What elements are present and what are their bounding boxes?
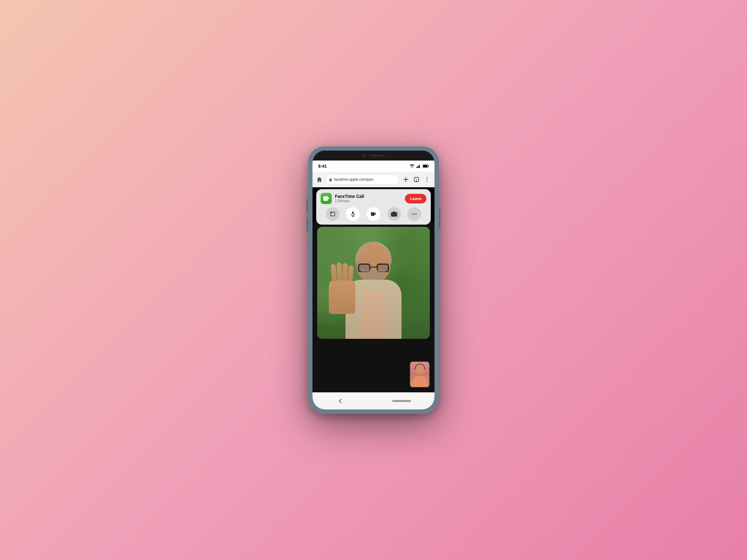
finger-2 — [336, 263, 342, 282]
browser-more-button[interactable] — [423, 175, 431, 184]
self-video-thumbnail[interactable] — [410, 361, 430, 388]
finger-1 — [331, 264, 337, 281]
volume-down-button[interactable] — [307, 217, 308, 231]
phone-notch — [312, 151, 435, 161]
svg-point-12 — [427, 181, 428, 182]
bottom-navigation — [312, 392, 435, 409]
microphone-button[interactable] — [346, 207, 360, 221]
facetime-info: FaceTime Call 1 Person — [320, 193, 364, 204]
svg-rect-1 — [418, 166, 419, 168]
facetime-title: FaceTime Call — [335, 194, 364, 199]
facetime-header: FaceTime Call 1 Person Leave — [320, 193, 427, 204]
facetime-controls — [320, 207, 427, 221]
browser-actions: 1 — [402, 175, 431, 184]
power-button[interactable] — [439, 209, 440, 229]
snapshot-button[interactable] — [387, 207, 401, 221]
phone-device: 9:41 — [308, 146, 439, 414]
volume-up-button[interactable] — [307, 199, 308, 213]
earpiece-speaker — [369, 155, 385, 157]
more-options-button[interactable] — [407, 207, 421, 221]
person-shirt — [361, 292, 386, 339]
self-head — [415, 364, 424, 374]
svg-rect-13 — [352, 212, 354, 214]
back-button[interactable] — [336, 397, 345, 405]
wifi-icon — [410, 164, 415, 168]
main-video-feed — [317, 227, 430, 339]
svg-point-16 — [393, 213, 395, 216]
facetime-text: FaceTime Call 1 Person — [335, 194, 364, 204]
svg-rect-6 — [423, 165, 427, 167]
svg-text:1: 1 — [415, 178, 417, 181]
status-bar: 9:41 — [312, 161, 435, 172]
svg-point-19 — [415, 213, 416, 214]
add-tab-button[interactable] — [402, 175, 410, 184]
svg-rect-5 — [428, 165, 429, 167]
signal-icon — [416, 164, 421, 168]
browser-home-button[interactable] — [316, 176, 323, 183]
finger-3 — [342, 263, 348, 281]
svg-point-10 — [427, 177, 428, 178]
pip-button[interactable] — [326, 207, 340, 221]
video-background — [317, 227, 430, 339]
phone-screen: 9:41 — [312, 151, 435, 409]
video-area — [312, 222, 435, 392]
status-icons — [410, 164, 429, 168]
self-body — [414, 376, 426, 387]
front-camera — [362, 154, 365, 157]
battery-icon — [423, 164, 429, 168]
self-video-content — [410, 362, 429, 387]
home-gesture-bar[interactable] — [392, 400, 411, 402]
video-camera-button[interactable] — [367, 207, 380, 221]
facetime-card: FaceTime Call 1 Person Leave — [316, 189, 431, 224]
finger-4 — [348, 265, 354, 281]
status-time: 9:41 — [318, 164, 410, 169]
facetime-app-icon — [320, 193, 332, 204]
lock-icon — [329, 178, 332, 181]
facetime-subtitle: 1 Person — [335, 199, 364, 203]
svg-rect-7 — [329, 179, 332, 181]
browser-toolbar: facetime.apple.com/join, 1 — [312, 172, 435, 187]
tab-switcher-button[interactable]: 1 — [412, 175, 421, 184]
svg-point-17 — [412, 213, 413, 214]
url-text: facetime.apple.com/join, — [334, 177, 374, 182]
svg-rect-2 — [419, 165, 420, 168]
hand-palm — [329, 280, 356, 314]
svg-rect-0 — [416, 167, 417, 168]
svg-rect-3 — [420, 164, 421, 168]
glasses-bridge — [370, 267, 377, 268]
waving-hand — [324, 264, 361, 314]
svg-point-11 — [427, 179, 428, 180]
leave-call-button[interactable]: Leave — [405, 194, 427, 204]
url-bar[interactable]: facetime.apple.com/join, — [326, 175, 399, 185]
svg-point-18 — [414, 213, 415, 214]
